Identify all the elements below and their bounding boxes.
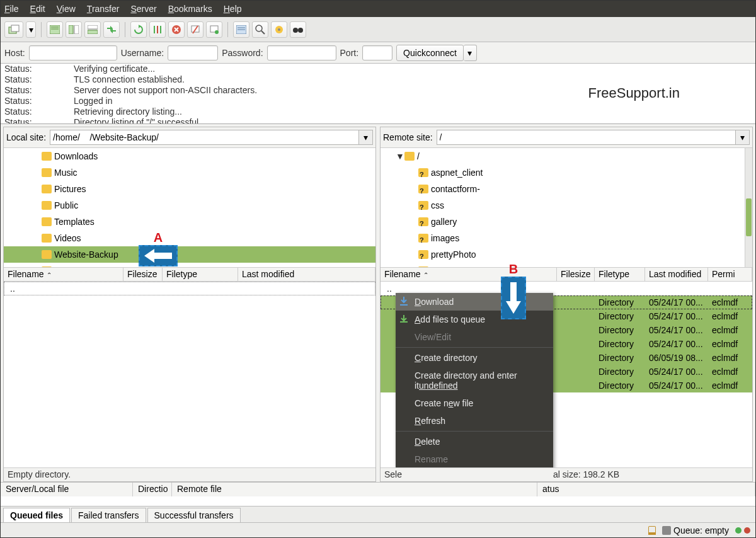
toggle-log-icon[interactable] [47,21,63,38]
tree-item[interactable]: Videos [4,230,375,246]
queue-col-remote[interactable]: Remote file [172,483,537,496]
tree-item-label: contactform- [431,182,480,196]
remote-pane: Remote site: ▾ ▼/aspnet_clientcontactfor… [380,127,753,482]
sync-browse-icon[interactable] [103,21,120,38]
tree-item-label: aspnet_client [431,166,483,180]
col-lastmodified[interactable]: Last modified [645,268,708,281]
site-manager-icon[interactable] [4,21,23,38]
quickconnect-history-dropdown[interactable]: ▾ [464,45,477,61]
tree-item[interactable]: ▼/ [381,148,752,164]
filter-icon[interactable] [233,21,249,38]
tree-item[interactable]: prettyPhoto [381,246,752,263]
remote-tree[interactable]: ▼/aspnet_clientcontactform-cssgalleryima… [381,148,752,268]
toggle-queue-icon[interactable] [84,21,101,38]
scrollbar[interactable] [745,148,752,267]
log-status-label: Status: [4,117,36,124]
log-message: Directory listing of "/" successful [74,117,198,124]
tree-item[interactable]: Music [4,164,375,181]
tab-queued-files[interactable]: Queued files [3,508,70,522]
disconnect-icon[interactable] [187,21,203,38]
svg-rect-6 [74,25,79,34]
site-manager-dropdown[interactable]: ▾ [26,21,36,38]
expander-icon[interactable]: ▼ [396,149,402,163]
menu-item-delete[interactable]: Delete [396,433,553,450]
file-type: Directory [595,297,645,307]
transfer-queue[interactable]: Server/Local file Directio Remote file a… [1,482,755,506]
tree-item[interactable]: Website-Backup [4,246,375,263]
password-input[interactable] [267,45,336,60]
col-filesize[interactable]: Filesize [557,268,595,281]
tree-item-label: Public [54,198,78,212]
local-path-dropdown[interactable]: ▾ [359,130,373,145]
menu-server[interactable]: Server [130,4,156,14]
col-lastmodified[interactable]: Last modified [238,268,375,281]
svg-rect-1 [11,25,19,31]
reconnect-icon[interactable] [206,21,222,38]
local-file-header[interactable]: Filename⌃ Filesize Filetype Last modifie… [4,268,375,282]
username-input[interactable] [168,45,218,60]
col-filesize[interactable]: Filesize [123,268,163,281]
tree-item[interactable]: ▸snap [4,263,375,268]
menu-item-download[interactable]: Download [396,293,553,311]
remote-path-input[interactable] [437,130,736,145]
quickconnect-button[interactable]: Quickconnect [396,45,464,61]
queue-col-direction[interactable]: Directio [133,483,172,496]
toggle-tree-icon[interactable] [66,21,82,38]
remote-file-header[interactable]: Filename⌃ Filesize Filetype Last modifie… [381,268,752,282]
local-path-input[interactable] [50,130,359,145]
tree-item[interactable]: gallery [381,214,752,230]
menu-item-create-directory[interactable]: Create directory [396,349,553,367]
port-input[interactable] [362,45,392,60]
log-status-label: Status: [4,74,36,85]
menu-view[interactable]: View [57,4,76,14]
list-item[interactable]: .. [4,282,375,295]
file-type: Directory [595,339,645,349]
remote-file-list[interactable]: ..Directory05/24/17 00...eclmdfDirectory… [381,282,752,467]
svg-line-23 [261,31,265,34]
menu-item-create-directory-and-enter-it[interactable]: Create directory and enter itundefined [396,367,553,394]
queue-col-status[interactable]: atus [537,483,755,496]
local-file-list[interactable]: .. [4,282,375,467]
tab-successful-transfers[interactable]: Successful transfers [147,508,241,522]
menu-edit[interactable]: Edit [30,4,45,14]
tree-item[interactable]: Public [4,197,375,214]
log-status-label: Status: [4,96,36,106]
local-tree[interactable]: DownloadsMusicPicturesPublicTemplatesVid… [4,148,375,268]
tree-item-label: Pictures [54,182,86,196]
menu-item-add-files-to-queue[interactable]: Add files to queue [396,311,553,328]
tree-item[interactable]: images [381,230,752,246]
menu-item-create-new-file[interactable]: Create new file [396,394,553,412]
tree-item[interactable]: Pictures [4,181,375,197]
binoculars-icon[interactable] [290,21,306,38]
log-pane[interactable]: Status:Verifying certificate... Status:T… [1,64,755,124]
col-permissions[interactable]: Permi [708,268,752,281]
refresh-icon[interactable] [130,21,147,38]
tree-item[interactable]: aspnet_client [381,164,752,181]
search-icon[interactable] [252,21,268,38]
host-input[interactable] [29,45,117,60]
tree-item[interactable]: Templates [4,214,375,230]
col-filename[interactable]: Filename [8,269,44,279]
tree-item[interactable]: css [381,197,752,214]
menu-transfer[interactable]: Transfer [87,4,120,14]
tree-item[interactable]: scripts [381,263,752,268]
col-filename[interactable]: Filename [384,269,421,279]
tab-failed-transfers[interactable]: Failed transfers [71,508,146,522]
cancel-icon[interactable] [168,21,185,38]
col-filetype[interactable]: Filetype [595,268,645,281]
indicator-red-icon [744,527,750,534]
lock-icon[interactable] [648,526,656,535]
menu-bookmarks[interactable]: Bookmarks [168,4,212,14]
queue-col-server[interactable]: Server/Local file [1,483,133,496]
process-queue-icon[interactable] [149,21,166,38]
menu-help[interactable]: Help [224,4,242,14]
tree-item[interactable]: contactform- [381,181,752,197]
connection-icon[interactable] [662,526,671,535]
tree-item-label: Music [54,166,77,180]
remote-path-dropdown[interactable]: ▾ [736,130,750,145]
tree-item[interactable]: Downloads [4,148,375,164]
menu-item-refresh[interactable]: Refresh [396,412,553,430]
col-filetype[interactable]: Filetype [163,268,238,281]
menu-file[interactable]: File [4,4,19,14]
compare-icon[interactable] [271,21,287,38]
